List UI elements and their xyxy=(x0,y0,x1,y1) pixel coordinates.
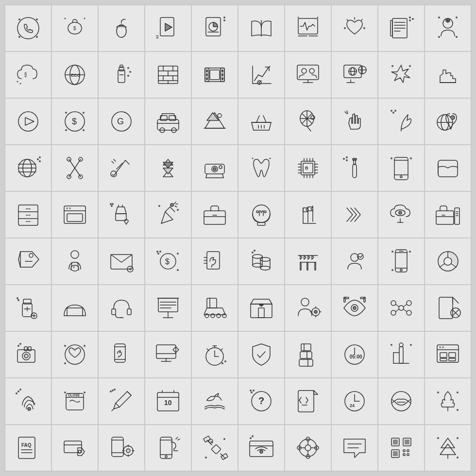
svg-line-130 xyxy=(307,126,311,131)
svg-line-434 xyxy=(127,391,131,395)
icon-question-circle: ? xyxy=(238,378,284,424)
svg-point-360 xyxy=(391,310,396,315)
svg-point-264 xyxy=(73,266,75,268)
svg-rect-333 xyxy=(207,298,217,308)
icon-pencil-edit xyxy=(99,378,144,424)
icon-stacked-boxes xyxy=(285,332,331,377)
svg-point-414 xyxy=(391,344,392,346)
svg-text:CLOSE: CLOSE xyxy=(68,393,80,397)
svg-point-424 xyxy=(28,408,31,410)
svg-point-49 xyxy=(20,83,21,85)
icon-globe-eco xyxy=(5,145,51,191)
svg-point-174 xyxy=(252,158,254,159)
svg-rect-409 xyxy=(399,347,403,363)
icon-scientist-person xyxy=(52,238,98,284)
icon-starfish xyxy=(378,52,424,98)
svg-point-241 xyxy=(256,211,258,213)
svg-point-529 xyxy=(437,437,439,439)
icon-tv-wifi xyxy=(238,425,284,471)
svg-rect-77 xyxy=(222,70,223,72)
icon-victory-hand xyxy=(332,99,377,144)
icon-open-book xyxy=(238,5,284,51)
svg-rect-31 xyxy=(391,20,392,36)
svg-point-447 xyxy=(253,390,255,391)
svg-point-289 xyxy=(254,250,255,252)
svg-point-106 xyxy=(83,112,85,114)
icon-eco-globe: ECO xyxy=(52,52,98,98)
svg-point-220 xyxy=(69,207,71,209)
svg-rect-525 xyxy=(407,454,409,456)
svg-point-147 xyxy=(37,158,39,160)
svg-point-397 xyxy=(221,362,223,364)
icon-cloud-bitcoin: ₿ xyxy=(5,52,51,98)
svg-line-27 xyxy=(361,19,362,21)
svg-rect-84 xyxy=(297,65,319,80)
svg-line-160 xyxy=(112,161,114,163)
svg-point-382 xyxy=(64,362,66,364)
svg-rect-215 xyxy=(27,215,29,216)
svg-text:ECO: ECO xyxy=(71,73,81,78)
svg-rect-423 xyxy=(449,358,456,361)
svg-point-17 xyxy=(223,19,225,21)
svg-point-304 xyxy=(391,269,393,271)
svg-point-479 xyxy=(126,449,130,453)
svg-point-378 xyxy=(19,343,21,345)
icon-nurse xyxy=(425,5,471,51)
svg-rect-79 xyxy=(222,78,223,80)
icon-satellite xyxy=(192,425,238,471)
icon-browser-window xyxy=(52,192,98,238)
svg-line-362 xyxy=(396,305,399,306)
icon-pharmacy-store xyxy=(238,285,284,331)
svg-point-206 xyxy=(410,157,412,159)
svg-point-170 xyxy=(219,166,222,169)
icon-barcode-grid xyxy=(378,425,424,471)
icon-tree-nature xyxy=(425,378,471,424)
svg-point-318 xyxy=(17,297,18,299)
svg-rect-422 xyxy=(440,358,447,361)
svg-point-427 xyxy=(16,392,17,394)
svg-point-531 xyxy=(457,457,459,459)
svg-point-263 xyxy=(71,265,79,271)
svg-point-530 xyxy=(457,437,459,439)
icon-tennis-racket xyxy=(285,99,331,144)
icon-coins-stack xyxy=(238,238,284,284)
icon-projector xyxy=(192,145,238,191)
svg-point-300 xyxy=(400,269,402,271)
icon-heartbeat-chart xyxy=(285,5,331,51)
svg-text:$: $ xyxy=(73,26,76,31)
svg-rect-78 xyxy=(222,74,223,76)
icon-chat-message xyxy=(332,425,377,471)
icon-calendar-10: 10 xyxy=(145,378,191,424)
icon-bottle-narrow xyxy=(332,145,377,191)
icon-pie-chart-radar xyxy=(425,238,471,284)
svg-rect-75 xyxy=(206,74,207,76)
svg-point-497 xyxy=(205,457,207,459)
svg-point-6 xyxy=(65,18,66,19)
svg-point-309 xyxy=(444,257,452,265)
svg-text:$: $ xyxy=(72,117,77,126)
svg-rect-74 xyxy=(206,70,207,72)
icon-mobile-gear xyxy=(99,425,144,471)
svg-point-108 xyxy=(83,129,85,131)
svg-point-501 xyxy=(260,450,263,453)
svg-line-365 xyxy=(404,309,407,311)
svg-rect-291 xyxy=(300,262,301,270)
svg-point-131 xyxy=(311,116,315,119)
svg-point-346 xyxy=(314,310,317,313)
svg-point-46 xyxy=(438,17,440,18)
icon-dollar-coin-circle: $ xyxy=(52,99,98,144)
svg-line-26 xyxy=(347,19,348,21)
svg-point-358 xyxy=(391,301,396,306)
svg-point-48 xyxy=(17,81,18,83)
svg-rect-252 xyxy=(455,208,459,224)
icon-tools-cross xyxy=(52,145,98,191)
svg-line-450 xyxy=(314,391,318,394)
svg-point-105 xyxy=(65,112,67,114)
icon-grid: $ ₿ ECO xyxy=(4,4,472,472)
svg-line-363 xyxy=(404,305,407,306)
svg-line-459 xyxy=(391,399,394,401)
svg-rect-293 xyxy=(315,262,316,270)
svg-point-432 xyxy=(84,391,85,393)
svg-point-357 xyxy=(399,306,404,310)
svg-point-302 xyxy=(391,251,393,253)
